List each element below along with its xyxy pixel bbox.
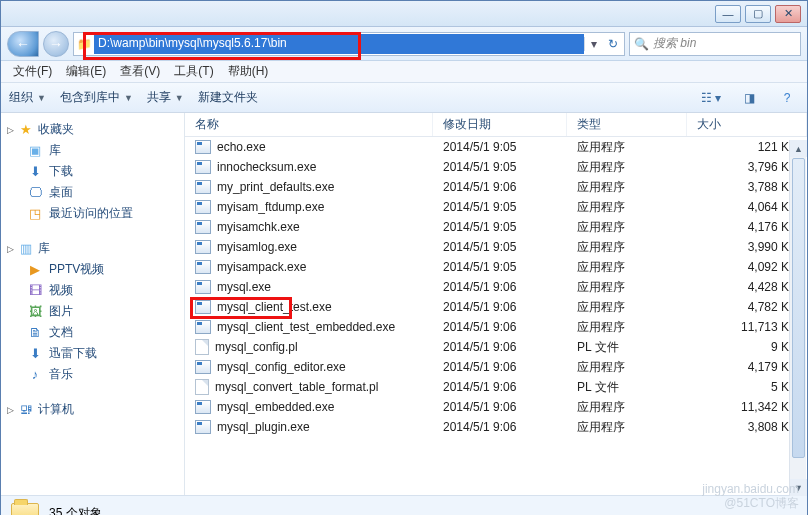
sidebar-item-library[interactable]: ▣库 (3, 140, 182, 161)
file-row[interactable]: innochecksum.exe2014/5/1 9:05应用程序3,796 K… (185, 157, 807, 177)
file-name: mysql_client_test.exe (217, 300, 332, 314)
file-type: 应用程序 (567, 319, 687, 336)
scroll-up-icon[interactable]: ▲ (790, 140, 807, 157)
address-dropdown-icon[interactable]: ▾ (584, 37, 602, 51)
share-button[interactable]: 共享▼ (147, 89, 184, 106)
file-row[interactable]: myisampack.exe2014/5/1 9:05应用程序4,092 KB (185, 257, 807, 277)
file-type: 应用程序 (567, 199, 687, 216)
favorites-header[interactable]: ▷ ★ 收藏夹 (3, 119, 182, 140)
file-type: 应用程序 (567, 279, 687, 296)
file-row[interactable]: mysql_config.pl2014/5/1 9:06PL 文件9 KB (185, 337, 807, 357)
menu-help[interactable]: 帮助(H) (222, 61, 275, 82)
file-row[interactable]: myisamlog.exe2014/5/1 9:05应用程序3,990 KB (185, 237, 807, 257)
sidebar-item-pictures[interactable]: 🖼图片 (3, 301, 182, 322)
libraries-header[interactable]: ▷ ▥ 库 (3, 238, 182, 259)
exe-file-icon (195, 240, 211, 254)
menu-edit[interactable]: 编辑(E) (60, 61, 112, 82)
new-folder-button[interactable]: 新建文件夹 (198, 89, 258, 106)
pl-file-icon (195, 339, 209, 355)
col-type[interactable]: 类型 (567, 113, 687, 136)
file-name: mysql.exe (217, 280, 271, 294)
file-row[interactable]: mysql_client_test.exe2014/5/1 9:06应用程序4,… (185, 297, 807, 317)
vertical-scrollbar[interactable]: ▲ ▼ (789, 140, 806, 496)
content-area: ▷ ★ 收藏夹 ▣库 ⬇下载 🖵桌面 ◳最近访问的位置 ▷ ▥ 库 ▶PPTV视… (1, 113, 807, 495)
scroll-thumb[interactable] (792, 158, 805, 458)
refresh-icon[interactable]: ↻ (602, 37, 624, 51)
sidebar-item-video[interactable]: 🎞视频 (3, 280, 182, 301)
file-date: 2014/5/1 9:05 (433, 260, 567, 274)
download-icon: ⬇ (27, 164, 43, 180)
file-type: 应用程序 (567, 139, 687, 156)
col-size[interactable]: 大小 (687, 113, 807, 136)
file-row[interactable]: mysql_client_test_embedded.exe2014/5/1 9… (185, 317, 807, 337)
minimize-button[interactable]: — (715, 5, 741, 23)
recent-icon: ◳ (27, 206, 43, 222)
close-button[interactable]: ✕ (775, 5, 801, 23)
search-box[interactable]: 🔍 搜索 bin (629, 32, 801, 56)
help-icon[interactable]: ? (775, 88, 799, 108)
music-icon: ♪ (27, 367, 43, 383)
sidebar-item-xunlei[interactable]: ⬇迅雷下载 (3, 343, 182, 364)
file-name: myisamlog.exe (217, 240, 297, 254)
video-icon: 🎞 (27, 283, 43, 299)
sidebar-item-music[interactable]: ♪音乐 (3, 364, 182, 385)
file-type: 应用程序 (567, 179, 687, 196)
exe-file-icon (195, 400, 211, 414)
file-date: 2014/5/1 9:05 (433, 220, 567, 234)
sidebar-item-documents[interactable]: 🗎文档 (3, 322, 182, 343)
exe-file-icon (195, 260, 211, 274)
title-bar: — ▢ ✕ (1, 1, 807, 27)
exe-file-icon (195, 360, 211, 374)
picture-icon: 🖼 (27, 304, 43, 320)
organize-button[interactable]: 组织▼ (9, 89, 46, 106)
file-name: mysql_config.pl (215, 340, 298, 354)
menu-tools[interactable]: 工具(T) (168, 61, 219, 82)
file-row[interactable]: mysql_config_editor.exe2014/5/1 9:06应用程序… (185, 357, 807, 377)
pl-file-icon (195, 379, 209, 395)
file-row[interactable]: my_print_defaults.exe2014/5/1 9:06应用程序3,… (185, 177, 807, 197)
sidebar-item-downloads[interactable]: ⬇下载 (3, 161, 182, 182)
forward-button[interactable]: → (43, 31, 69, 57)
watermark: jingyan.baidu.com @51CTO博客 (702, 482, 799, 510)
address-path[interactable]: D:\wamp\bin\mysql\mysql5.6.17\bin (94, 34, 584, 54)
xunlei-icon: ⬇ (27, 346, 43, 362)
file-date: 2014/5/1 9:06 (433, 180, 567, 194)
sidebar-item-recent[interactable]: ◳最近访问的位置 (3, 203, 182, 224)
file-row[interactable]: myisamchk.exe2014/5/1 9:05应用程序4,176 KB (185, 217, 807, 237)
file-date: 2014/5/1 9:06 (433, 380, 567, 394)
collapse-icon: ▷ (7, 125, 14, 135)
column-headers: 名称 修改日期 类型 大小 (185, 113, 807, 137)
file-row[interactable]: echo.exe2014/5/1 9:05应用程序121 KB (185, 137, 807, 157)
file-row[interactable]: mysql_convert_table_format.pl2014/5/1 9:… (185, 377, 807, 397)
include-in-library-button[interactable]: 包含到库中▼ (60, 89, 133, 106)
view-options-icon[interactable]: ☷ ▾ (699, 88, 723, 108)
file-row[interactable]: mysql_plugin.exe2014/5/1 9:06应用程序3,808 K… (185, 417, 807, 437)
file-row[interactable]: myisam_ftdump.exe2014/5/1 9:05应用程序4,064 … (185, 197, 807, 217)
sidebar-item-desktop[interactable]: 🖵桌面 (3, 182, 182, 203)
status-count: 35 个对象 (49, 505, 102, 515)
file-row[interactable]: mysql_embedded.exe2014/5/1 9:06应用程序11,34… (185, 397, 807, 417)
file-type: PL 文件 (567, 339, 687, 356)
pptv-icon: ▶ (27, 262, 43, 278)
menu-view[interactable]: 查看(V) (114, 61, 166, 82)
status-bar: 35 个对象 (1, 495, 807, 515)
collapse-icon: ▷ (7, 244, 14, 254)
maximize-button[interactable]: ▢ (745, 5, 771, 23)
sidebar-item-pptv[interactable]: ▶PPTV视频 (3, 259, 182, 280)
col-date[interactable]: 修改日期 (433, 113, 567, 136)
col-name[interactable]: 名称 (185, 113, 433, 136)
back-button[interactable]: ← (7, 31, 39, 57)
search-icon: 🔍 (634, 37, 649, 51)
exe-file-icon (195, 160, 211, 174)
computer-icon: 🖳 (18, 402, 34, 418)
preview-pane-icon[interactable]: ◨ (737, 88, 761, 108)
menu-file[interactable]: 文件(F) (7, 61, 58, 82)
address-bar[interactable]: 📁 D:\wamp\bin\mysql\mysql5.6.17\bin ▾ ↻ (73, 32, 625, 56)
file-row[interactable]: mysql.exe2014/5/1 9:06应用程序4,428 KB (185, 277, 807, 297)
file-name: my_print_defaults.exe (217, 180, 334, 194)
computer-header[interactable]: ▷ 🖳 计算机 (3, 399, 182, 420)
library-icon: ▥ (18, 241, 34, 257)
file-name: mysql_config_editor.exe (217, 360, 346, 374)
file-date: 2014/5/1 9:06 (433, 340, 567, 354)
file-name: mysql_convert_table_format.pl (215, 380, 378, 394)
